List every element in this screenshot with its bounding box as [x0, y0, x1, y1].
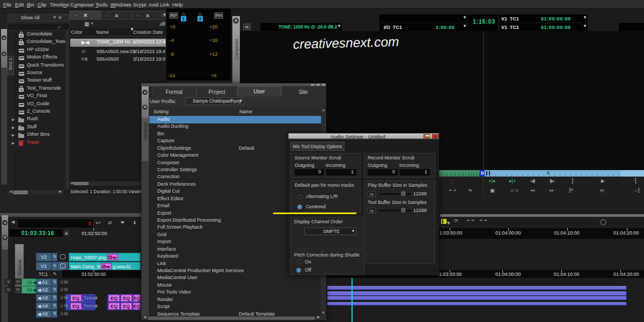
- svg-text:creativesnext.com: creativesnext.com: [293, 34, 399, 52]
